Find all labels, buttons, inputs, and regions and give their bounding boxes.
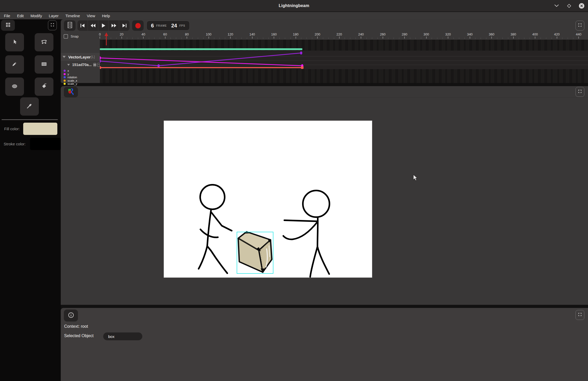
property-row-scale_y[interactable]: scale_y: [61, 82, 100, 85]
sidebar-expand-button[interactable]: [48, 20, 57, 30]
ruler-tick-minor: [415, 38, 416, 39]
menu-edit[interactable]: Edit: [14, 14, 27, 18]
skip-to-end-button[interactable]: [119, 20, 130, 31]
swatch-square-icon: [94, 64, 96, 66]
tool-grid: [5, 33, 53, 96]
ruler-tick-minor: [258, 38, 258, 39]
ruler-tick-minor: [503, 38, 503, 39]
ruler-tick-minor: [475, 38, 475, 39]
layer-badge: [L]: [91, 55, 95, 59]
layer-row-vectorlayer[interactable]: VectorLayer [L]: [61, 53, 100, 61]
menu-file[interactable]: File: [1, 14, 14, 18]
paint-bucket-tool-button[interactable]: [35, 78, 53, 96]
stroke-color-swatch[interactable]: [30, 138, 61, 150]
film-strip-icon: [67, 22, 72, 29]
property-row-x[interactable]: x: [61, 69, 100, 72]
eyedropper-icon: [26, 103, 33, 110]
ruler-label-200: 200: [315, 32, 320, 36]
keyframe-frameNumber[interactable]: [100, 66, 101, 69]
ruler-label-280: 280: [402, 32, 407, 36]
menu-view[interactable]: View: [83, 14, 99, 18]
ruler-label-220: 220: [336, 32, 342, 36]
rectangle-tool-button[interactable]: [35, 55, 53, 74]
fast-forward-button[interactable]: [109, 20, 119, 31]
drawing-stage[interactable]: [164, 121, 372, 278]
ruler-tick-major: [187, 37, 187, 39]
panel-grid-button[interactable]: [1, 20, 15, 31]
frame-counter[interactable]: 6 FRAME 24 FPS: [146, 21, 190, 31]
menu-modify[interactable]: Modify: [27, 14, 45, 18]
ruler-label-120: 120: [228, 32, 233, 36]
timeline-tracks[interactable]: [100, 40, 588, 83]
keyframe-x[interactable]: [300, 51, 302, 55]
collapse-triangle-icon[interactable]: [67, 64, 70, 66]
film-button[interactable]: [64, 20, 76, 31]
stick-figure-left[interactable]: [199, 185, 232, 273]
animation-curves[interactable]: [100, 40, 588, 83]
ruler-label-260: 260: [380, 32, 386, 36]
info-icon: [68, 312, 74, 319]
eyedropper-tool-button[interactable]: [20, 97, 39, 116]
ruler-tick-major: [165, 37, 166, 39]
menu-help[interactable]: Help: [99, 14, 113, 18]
rewind-button[interactable]: [88, 20, 98, 31]
ruler-tick-minor: [181, 38, 182, 39]
ruler-tick-minor: [334, 38, 334, 39]
keyframe-x[interactable]: [100, 59, 101, 63]
menu-timeline[interactable]: Timeline: [62, 14, 83, 18]
layer-tilde-button[interactable]: ~: [97, 63, 100, 67]
ellipse-tool-button[interactable]: [5, 78, 24, 96]
object-layer-name: 151ad70a...: [72, 63, 92, 67]
tabbar-divider: [61, 97, 588, 98]
ruler-tick-major: [557, 37, 557, 39]
info-tab-button[interactable]: [64, 309, 78, 322]
menu-layer[interactable]: Layer: [45, 14, 62, 18]
fill-color-swatch[interactable]: [23, 123, 57, 135]
play-button[interactable]: [98, 20, 109, 31]
layer-swatch-button[interactable]: [93, 63, 96, 67]
ruler-label-340: 340: [467, 32, 473, 36]
ruler-tick-minor: [541, 38, 541, 39]
ruler-tick-minor: [263, 38, 263, 39]
ruler-tick-minor: [568, 38, 568, 39]
property-name: x: [68, 69, 69, 72]
property-row-rotation[interactable]: rotation: [61, 76, 100, 79]
collapse-triangle-icon[interactable]: [63, 56, 66, 58]
keyframe-frameNumber[interactable]: [301, 66, 304, 69]
ruler-tick-major: [317, 37, 318, 39]
ruler-tick-major: [274, 37, 274, 39]
stick-figure-right[interactable]: [283, 190, 329, 277]
ruler-tick-minor: [268, 38, 269, 39]
frame-value[interactable]: 6: [151, 23, 154, 29]
keyframe-x[interactable]: [157, 64, 160, 67]
record-button[interactable]: [132, 20, 144, 31]
snap-checkbox[interactable]: [64, 34, 68, 39]
keyframe-y[interactable]: [100, 56, 101, 59]
close-icon[interactable]: [579, 3, 584, 9]
select-tool-button[interactable]: [5, 33, 24, 51]
skip-to-start-button[interactable]: [77, 20, 88, 31]
playhead-icon[interactable]: [105, 32, 108, 36]
timeline-ruler[interactable]: 0204060801001201401601802002202402602803…: [100, 32, 588, 40]
selected-object-dropdown[interactable]: box: [103, 332, 142, 340]
timeline-expand-button[interactable]: [575, 21, 584, 31]
ruler-tick-major: [426, 37, 427, 39]
layer-row-object[interactable]: 151ad70a... ~: [61, 61, 100, 69]
transport-controls: [77, 20, 130, 31]
minimize-chevron-icon[interactable]: [554, 3, 559, 9]
inspector-expand-button[interactable]: [575, 310, 584, 320]
scene-tab-button[interactable]: [64, 87, 78, 97]
transform-tool-button[interactable]: [35, 33, 53, 51]
box-object[interactable]: [238, 231, 272, 273]
ruler-tick-minor: [192, 38, 193, 39]
grid-icon: [5, 22, 11, 29]
property-row-y[interactable]: y: [61, 73, 100, 76]
curve-y[interactable]: [100, 58, 302, 66]
ruler-tick-minor: [247, 38, 247, 39]
playhead-line[interactable]: [106, 36, 107, 45]
maximize-diamond-icon[interactable]: [566, 3, 572, 9]
canvas-expand-button[interactable]: [575, 87, 584, 97]
pencil-tool-button[interactable]: [5, 55, 24, 74]
property-row-scale_x[interactable]: scale_x: [61, 79, 100, 82]
fps-value[interactable]: 24: [171, 23, 177, 29]
